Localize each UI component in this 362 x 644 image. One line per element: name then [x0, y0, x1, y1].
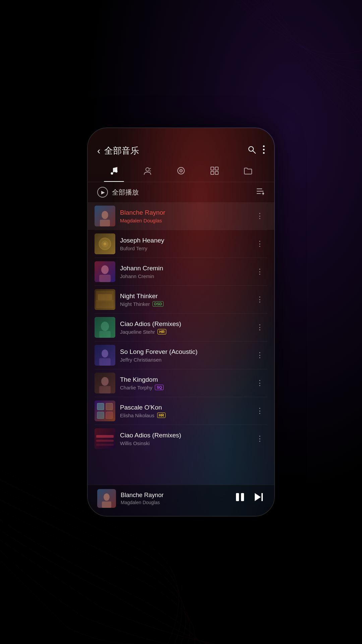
svg-rect-21: [100, 220, 110, 226]
song-title: So Long Forever (Acoustic): [120, 348, 250, 356]
song-more-button[interactable]: ⋮: [255, 212, 265, 220]
svg-rect-12: [215, 167, 218, 170]
list-item[interactable]: Blanche Raynor Magdalen Douglas ⋮: [88, 202, 274, 230]
song-more-button[interactable]: ⋮: [255, 323, 265, 332]
song-title: Joseph Heaney: [120, 237, 250, 244]
sq-badge: SQ: [155, 385, 164, 390]
song-artist: Buford Terry: [120, 246, 147, 251]
svg-rect-46: [106, 412, 113, 419]
svg-point-4: [263, 152, 265, 154]
sort-icon[interactable]: [256, 187, 265, 198]
song-artist: Jeffry Christiansen: [120, 357, 162, 363]
svg-rect-38: [99, 358, 111, 366]
now-playing-title: Blanche Raynor: [121, 492, 229, 499]
list-item[interactable]: The Kingdom Charlie Torphy SQ ⋮: [88, 369, 274, 397]
song-info: Pascale O'Kon Elisha Nikolaus HR: [120, 404, 250, 418]
svg-rect-50: [96, 444, 114, 446]
disc-icon: [176, 166, 186, 178]
song-title: Night Thinker: [120, 292, 250, 300]
song-more-button[interactable]: ⋮: [255, 407, 265, 415]
list-item[interactable]: Johann Cremin Johann Cremin ⋮: [88, 258, 274, 285]
song-info: Blanche Raynor Magdalen Douglas: [120, 209, 250, 223]
back-button[interactable]: ‹: [97, 146, 100, 156]
song-thumbnail: [95, 261, 115, 282]
song-more-button[interactable]: ⋮: [255, 379, 265, 387]
now-playing-info: Blanche Raynor Magdalen Douglas: [121, 492, 229, 505]
song-meta: Charlie Torphy SQ: [120, 385, 250, 390]
svg-rect-47: [95, 428, 115, 449]
tab-artists[interactable]: [131, 163, 164, 182]
song-artist: Elisha Nikolaus: [120, 413, 155, 418]
song-thumbnail: [95, 345, 115, 366]
song-thumbnail: [95, 317, 115, 338]
hr-badge: HR: [158, 329, 166, 334]
list-item[interactable]: Joseph Heaney Buford Terry ⋮: [88, 230, 274, 258]
search-icon[interactable]: [247, 145, 256, 156]
svg-point-25: [104, 243, 106, 245]
list-item[interactable]: So Long Forever (Acoustic) Jeffry Christ…: [88, 341, 274, 369]
header-icons: [247, 145, 265, 156]
song-title: Ciao Adios (Remixes): [120, 320, 250, 328]
song-artist: Jaqueline Stehr: [120, 329, 155, 335]
tab-folder[interactable]: [231, 163, 265, 182]
song-info: The Kingdom Charlie Torphy SQ: [120, 376, 250, 390]
svg-rect-48: [96, 435, 114, 438]
song-meta: Night Thinker DSD: [120, 301, 250, 307]
song-thumbnail: [95, 206, 115, 226]
svg-rect-28: [99, 275, 111, 282]
song-meta: Jaqueline Stehr HR: [120, 329, 250, 335]
play-all-button[interactable]: ▶: [97, 187, 108, 198]
folder-icon: [243, 166, 253, 178]
song-info: So Long Forever (Acoustic) Jeffry Christ…: [120, 348, 250, 363]
list-item[interactable]: Ciao Adios (Remixes) Willis Osinski ⋮: [88, 425, 274, 452]
svg-rect-57: [261, 493, 263, 501]
svg-rect-41: [99, 386, 111, 393]
hr-badge: HR: [157, 413, 166, 418]
playback-controls: [234, 491, 265, 506]
now-playing-artist: Magdalen Douglas: [121, 500, 229, 505]
svg-point-5: [111, 172, 113, 175]
play-icon: ▶: [101, 190, 105, 195]
tab-grid[interactable]: [198, 163, 231, 182]
song-artist: Night Thinker: [120, 301, 150, 307]
svg-rect-53: [102, 501, 111, 508]
svg-marker-56: [255, 493, 261, 501]
skip-next-button[interactable]: [253, 491, 265, 506]
song-info: Ciao Adios (Remixes) Jaqueline Stehr HR: [120, 320, 250, 335]
tab-songs[interactable]: [97, 163, 131, 182]
svg-point-7: [146, 168, 149, 171]
song-meta: Buford Terry: [120, 246, 250, 251]
song-meta: Magdalen Douglas: [120, 218, 250, 223]
svg-point-34: [101, 322, 109, 331]
svg-point-3: [263, 149, 265, 151]
song-meta: Johann Cremin: [120, 273, 250, 279]
tab-albums[interactable]: [164, 163, 198, 182]
song-more-button[interactable]: ⋮: [255, 295, 265, 304]
song-title: Ciao Adios (Remixes): [120, 432, 250, 439]
song-more-button[interactable]: ⋮: [255, 267, 265, 276]
pause-button[interactable]: [234, 491, 246, 506]
play-all-label: 全部播放: [112, 188, 252, 197]
more-menu-icon[interactable]: [263, 145, 265, 156]
svg-rect-55: [241, 493, 244, 501]
song-thumbnail: [95, 289, 115, 310]
song-title: The Kingdom: [120, 376, 250, 383]
song-title: Blanche Raynor: [120, 209, 250, 216]
song-info: Night Thinker Night Thinker DSD: [120, 292, 250, 307]
list-item[interactable]: Ciao Adios (Remixes) Jaqueline Stehr HR …: [88, 314, 274, 341]
svg-rect-32: [98, 294, 112, 300]
phone-frame: ‹ 全部音乐: [87, 127, 275, 517]
song-more-button[interactable]: ⋮: [255, 351, 265, 360]
song-more-button[interactable]: ⋮: [255, 239, 265, 248]
svg-point-40: [101, 377, 109, 386]
now-playing-bar[interactable]: Blanche Raynor Magdalen Douglas: [88, 485, 274, 516]
song-meta: Jeffry Christiansen: [120, 357, 250, 363]
svg-rect-13: [211, 171, 214, 174]
song-list: Blanche Raynor Magdalen Douglas ⋮: [88, 202, 274, 485]
list-item[interactable]: Pascale O'Kon Elisha Nikolaus HR ⋮: [88, 397, 274, 425]
song-artist: Johann Cremin: [120, 273, 154, 279]
song-thumbnail: [95, 428, 115, 449]
song-meta: Willis Osinski: [120, 440, 250, 446]
song-more-button[interactable]: ⋮: [255, 434, 265, 443]
list-item[interactable]: Night Thinker Night Thinker DSD ⋮: [88, 286, 274, 313]
